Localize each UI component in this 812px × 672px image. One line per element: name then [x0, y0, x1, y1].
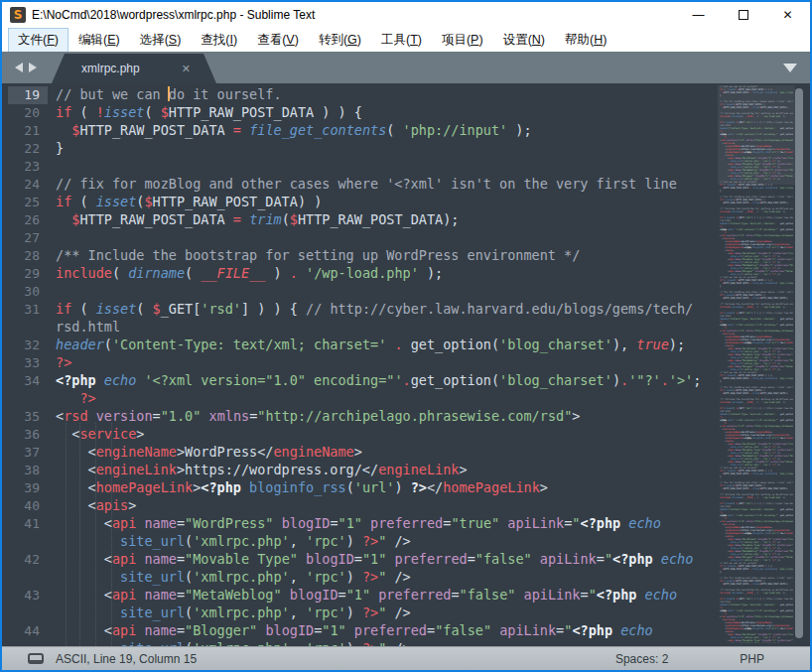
- status-position: ASCII, Line 19, Column 15: [56, 652, 197, 666]
- line-number: 38: [8, 462, 48, 479]
- line-number: 27: [8, 229, 48, 247]
- code-row: 27: [2, 228, 721, 246]
- code-row: 34<?php echo '<?xml version="1.0" encodi…: [2, 371, 721, 389]
- code-row: 41 <api name="WordPress" blogID="1" pref…: [2, 514, 721, 532]
- line-number: 32: [8, 336, 48, 354]
- code-row: 29include( dirname( __FILE__ ) . '/wp-lo…: [2, 264, 721, 282]
- line-number: 21: [8, 122, 48, 140]
- code-row: site_url('xmlrpc.php', 'rpc') ?>" />: [2, 568, 721, 586]
- code-row: 30: [2, 282, 721, 300]
- title-bar[interactable]: S E:\NoCmd\2018\wordpress\xmlrpc.php - S…: [2, 2, 810, 28]
- menu-item-6[interactable]: 工具(T): [371, 28, 432, 53]
- panel-toggle-icon[interactable]: [28, 653, 44, 664]
- status-syntax[interactable]: PHP: [740, 652, 764, 666]
- code-row: site_url('xmlrpc.php', 'rpc') ?>" />: [2, 639, 721, 646]
- code-editor[interactable]: 19// but we can do it ourself.20if ( !is…: [2, 83, 810, 646]
- line-number: 44: [8, 622, 48, 640]
- vertical-scrollbar[interactable]: [795, 88, 803, 638]
- tab-close-icon[interactable]: ✕: [182, 62, 191, 75]
- code-row: ?>: [2, 389, 721, 407]
- tab-bar: xmlrpc.php ✕: [2, 52, 810, 83]
- code-row: 24// fix for mozBlog and other cases whe…: [2, 175, 721, 193]
- tab-back-icon[interactable]: [15, 63, 23, 72]
- menu-item-5[interactable]: 转到(G): [309, 28, 371, 53]
- code-row: 44 <api name="Blogger" blogID="1" prefer…: [2, 621, 721, 639]
- tab-forward-icon[interactable]: [29, 63, 37, 72]
- maximize-icon: [739, 10, 748, 20]
- code-row: 28/** Include the bootstrap for setting …: [2, 246, 721, 264]
- code-row: 36 <service>: [2, 425, 721, 443]
- line-number: 25: [8, 194, 48, 211]
- code-row: 42 <api name="Movable Type" blogID="1" p…: [2, 550, 721, 568]
- menu-item-4[interactable]: 查看(V): [247, 28, 309, 53]
- code-row: 20if ( !isset( $HTTP_RAW_POST_DATA ) ) {: [2, 103, 721, 121]
- maximize-button[interactable]: [721, 2, 765, 28]
- tab-xmlrpc-php[interactable]: xmlrpc.php ✕: [52, 54, 216, 83]
- menu-item-3[interactable]: 查找(I): [191, 28, 247, 53]
- line-number: 37: [8, 444, 48, 462]
- menu-item-1[interactable]: 编辑(E): [68, 28, 130, 53]
- line-number: 35: [8, 408, 48, 426]
- line-number: 30: [8, 283, 48, 301]
- code-row: 23: [2, 157, 721, 175]
- status-bar: ASCII, Line 19, Column 15 Spaces: 2 PHP: [2, 646, 810, 670]
- status-indentation[interactable]: Spaces: 2: [615, 652, 668, 666]
- menu-item-7[interactable]: 项目(P): [432, 28, 493, 53]
- code-row: 25if ( isset($HTTP_RAW_POST_DATA) ): [2, 193, 721, 210]
- window-title: E:\NoCmd\2018\wordpress\xmlrpc.php - Sub…: [32, 8, 315, 22]
- code-row: 39 <homePageLink><?php bloginfo_rss('url…: [2, 478, 721, 496]
- menu-item-8[interactable]: 设置(N): [493, 28, 555, 53]
- line-number: 22: [8, 140, 48, 158]
- menu-item-2[interactable]: 选择(S): [130, 28, 192, 53]
- line-number: 20: [8, 104, 48, 122]
- line-number: 42: [8, 551, 48, 569]
- line-number: 34: [8, 372, 48, 390]
- line-number: 26: [8, 211, 48, 229]
- code-row: 43 <api name="MetaWeblog" blogID="1" pre…: [2, 586, 721, 604]
- code-row: 38 <engineLink>https://wordpress.org/</e…: [2, 461, 721, 478]
- line-number: 33: [8, 354, 48, 372]
- tab-label: xmlrpc.php: [81, 62, 140, 75]
- code-row: site_url('xmlrpc.php', 'rpc') ?>" />: [2, 604, 721, 621]
- code-rows: 19// but we can do it ourself.20if ( !is…: [2, 85, 721, 646]
- code-row: 21 $HTTP_RAW_POST_DATA = file_get_conten…: [2, 121, 721, 139]
- sublime-window: S E:\NoCmd\2018\wordpress\xmlrpc.php - S…: [0, 0, 812, 672]
- line-number: 43: [8, 587, 48, 605]
- tab-list-dropdown-icon[interactable]: [783, 64, 797, 72]
- status-right: Spaces: 2 PHP: [615, 652, 810, 666]
- code-row: 35<rsd version="1.0" xmlns="http://archi…: [2, 407, 721, 425]
- line-number: 41: [8, 515, 48, 533]
- code-row: 26 $HTTP_RAW_POST_DATA = trim($HTTP_RAW_…: [2, 210, 721, 228]
- code-row: 22}: [2, 139, 721, 157]
- line-number: 39: [8, 479, 48, 497]
- code-row: site_url('xmlrpc.php', 'rpc') ?>" />: [2, 532, 721, 550]
- close-button[interactable]: ✕: [765, 2, 810, 28]
- window-controls: — ✕: [676, 2, 810, 28]
- line-number: 28: [8, 247, 48, 265]
- menu-item-9[interactable]: 帮助(H): [555, 28, 616, 53]
- minimap[interactable]: // but we can do it ourself.if ( !isset(…: [720, 85, 793, 643]
- code-row: 40 <apis>: [2, 496, 721, 514]
- menu-bar: 文件(F)编辑(E)选择(S)查找(I)查看(V)转到(G)工具(T)项目(P)…: [2, 28, 810, 52]
- line-number: 19: [8, 86, 48, 104]
- line-number: 36: [8, 426, 48, 444]
- sublime-text-icon: S: [10, 7, 26, 23]
- code-row: 19// but we can do it ourself.: [2, 85, 721, 103]
- menu-item-0[interactable]: 文件(F): [8, 28, 68, 53]
- line-number: 31: [8, 301, 48, 319]
- minimize-button[interactable]: —: [676, 2, 721, 28]
- code-row: rsd.html: [2, 318, 721, 336]
- line-number: 29: [8, 265, 48, 283]
- code-row: 31if ( isset( $_GET['rsd'] ) ) { // http…: [2, 300, 721, 318]
- line-number: 40: [8, 497, 48, 515]
- line-number: 23: [8, 158, 48, 176]
- code-row: 37 <engineName>WordPress</engineName>: [2, 443, 721, 461]
- code-row: 32header('Content-Type: text/xml; charse…: [2, 336, 721, 353]
- line-number: 24: [8, 176, 48, 194]
- code-row: 33?>: [2, 353, 721, 371]
